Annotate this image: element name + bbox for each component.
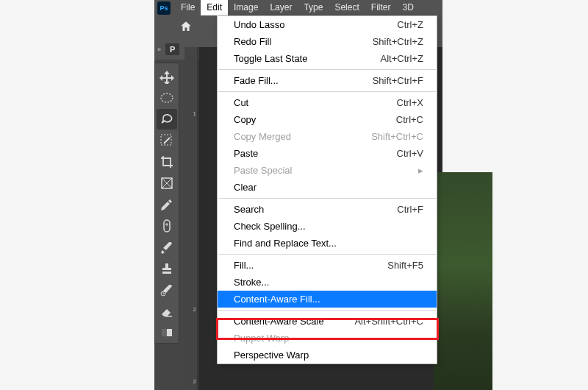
- ruler-tick: 2: [186, 378, 196, 385]
- history-brush-icon[interactable]: [157, 280, 177, 300]
- edit-menu-dropdown: Undo LassoCtrl+ZRedo FillShift+Ctrl+ZTog…: [217, 15, 437, 364]
- menu-item-paste-special: Paste Special▸: [218, 162, 437, 179]
- menu-item-content-aware-fill[interactable]: Content-Aware Fill...: [218, 291, 437, 308]
- magic-wand-icon[interactable]: [157, 130, 177, 151]
- menu-item-copy-merged: Copy MergedShift+Ctrl+C: [218, 128, 437, 145]
- crop-icon[interactable]: [157, 152, 177, 172]
- ps-logo-icon: Ps: [157, 1, 171, 15]
- ruler-tick: 2: [186, 306, 196, 313]
- svg-rect-6: [162, 329, 167, 336]
- brush-icon[interactable]: [157, 237, 177, 258]
- menu-item-toggle-last-state[interactable]: Toggle Last StateAlt+Ctrl+Z: [218, 50, 437, 67]
- menu-item-copy[interactable]: CopyCtrl+C: [218, 111, 437, 128]
- menu-bar: Ps FileEditImageLayerTypeSelectFilter3D: [154, 0, 442, 15]
- menu-item-search[interactable]: SearchCtrl+F: [218, 201, 437, 218]
- move-icon[interactable]: [157, 66, 177, 87]
- menu-type[interactable]: Type: [298, 0, 329, 15]
- menu-file[interactable]: File: [175, 0, 201, 15]
- document-image: [434, 172, 492, 390]
- menu-3d[interactable]: 3D: [396, 0, 419, 15]
- menu-item-perspective-warp[interactable]: Perspective Warp: [218, 347, 437, 364]
- chevrons-icon: »: [157, 46, 161, 53]
- menu-item-check-spelling[interactable]: Check Spelling...: [218, 218, 437, 235]
- menu-item-undo-lasso[interactable]: Undo LassoCtrl+Z: [218, 16, 437, 33]
- menu-filter[interactable]: Filter: [365, 0, 397, 15]
- lasso-preset-label[interactable]: P: [165, 43, 179, 55]
- menu-item-stroke[interactable]: Stroke...: [218, 274, 437, 291]
- menu-image[interactable]: Image: [228, 0, 264, 15]
- menu-item-fade-fill[interactable]: Fade Fill...Shift+Ctrl+F: [218, 72, 437, 89]
- menu-edit[interactable]: Edit: [201, 0, 228, 15]
- svg-point-0: [161, 93, 173, 102]
- marquee-ellipse-icon[interactable]: [157, 88, 177, 108]
- menu-item-content-aware-scale[interactable]: Content-Aware ScaleAlt+Shift+Ctrl+C: [218, 313, 437, 330]
- eyedropper-icon[interactable]: [157, 194, 177, 215]
- gradient-icon[interactable]: [157, 322, 177, 343]
- eraser-icon[interactable]: [157, 301, 177, 322]
- menu-item-paste[interactable]: PasteCtrl+V: [218, 145, 437, 162]
- photoshop-window: Ps FileEditImageLayerTypeSelectFilter3D …: [154, 0, 442, 390]
- svg-rect-1: [161, 135, 171, 145]
- menu-item-puppet-warp: Puppet Warp: [218, 330, 437, 347]
- stamp-icon[interactable]: [157, 258, 177, 279]
- lasso-icon[interactable]: [157, 109, 177, 130]
- menu-item-find-and-replace-text[interactable]: Find and Replace Text...: [218, 235, 437, 252]
- healing-brush-icon[interactable]: [157, 216, 177, 236]
- menu-item-clear[interactable]: Clear: [218, 179, 437, 196]
- home-strip: [154, 15, 218, 39]
- menu-item-fill[interactable]: Fill...Shift+F5: [218, 257, 437, 274]
- toolbox: [154, 63, 179, 344]
- menu-item-cut[interactable]: CutCtrl+X: [218, 94, 437, 111]
- menu-layer[interactable]: Layer: [264, 0, 298, 15]
- vertical-ruler: 1 2 2: [184, 47, 198, 390]
- ruler-tick: 1: [186, 110, 196, 117]
- menu-select[interactable]: Select: [329, 0, 365, 15]
- frame-icon[interactable]: [157, 173, 177, 194]
- home-icon[interactable]: [179, 20, 193, 35]
- menu-item-redo-fill[interactable]: Redo FillShift+Ctrl+Z: [218, 33, 437, 50]
